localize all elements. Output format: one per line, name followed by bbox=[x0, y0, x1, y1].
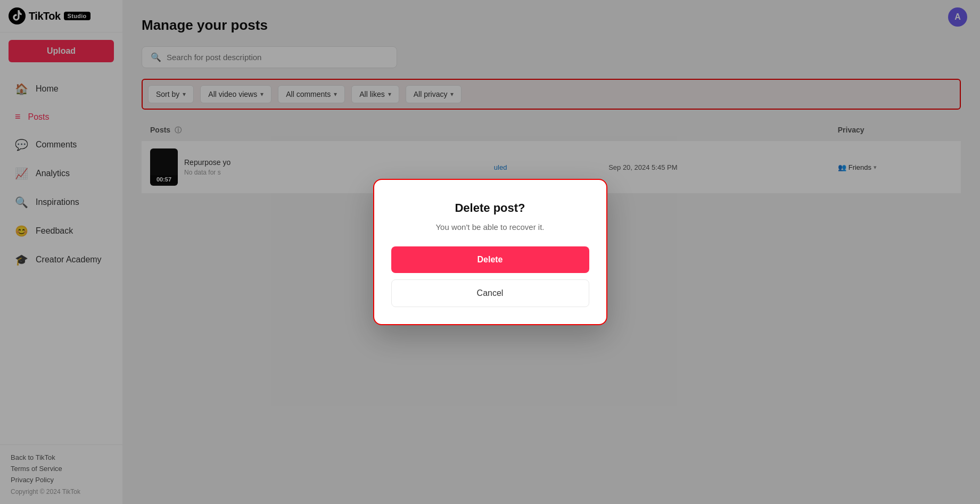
dialog-title: Delete post? bbox=[391, 201, 589, 215]
delete-dialog: Delete post? You won't be able to recove… bbox=[373, 179, 607, 325]
modal-overlay[interactable]: Delete post? You won't be able to recove… bbox=[0, 0, 980, 504]
dialog-message: You won't be able to recover it. bbox=[391, 222, 589, 232]
dialog-cancel-button[interactable]: Cancel bbox=[391, 279, 589, 307]
dialog-delete-button[interactable]: Delete bbox=[391, 246, 589, 273]
